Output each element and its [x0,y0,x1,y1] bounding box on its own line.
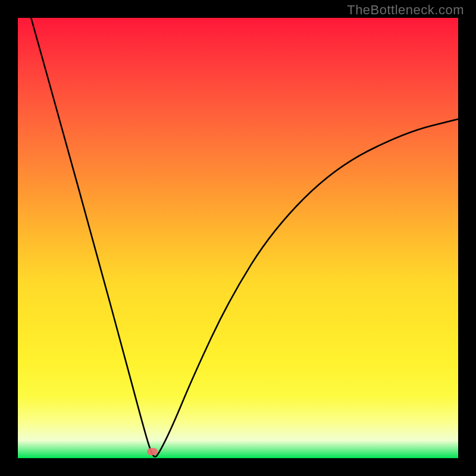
watermark-text: TheBottleneck.com [347,2,464,18]
curve-svg [18,18,458,458]
plot-area [18,18,458,458]
bottleneck-curve [31,18,458,457]
chart-frame: TheBottleneck.com [0,0,476,476]
vertex-marker [147,448,158,455]
